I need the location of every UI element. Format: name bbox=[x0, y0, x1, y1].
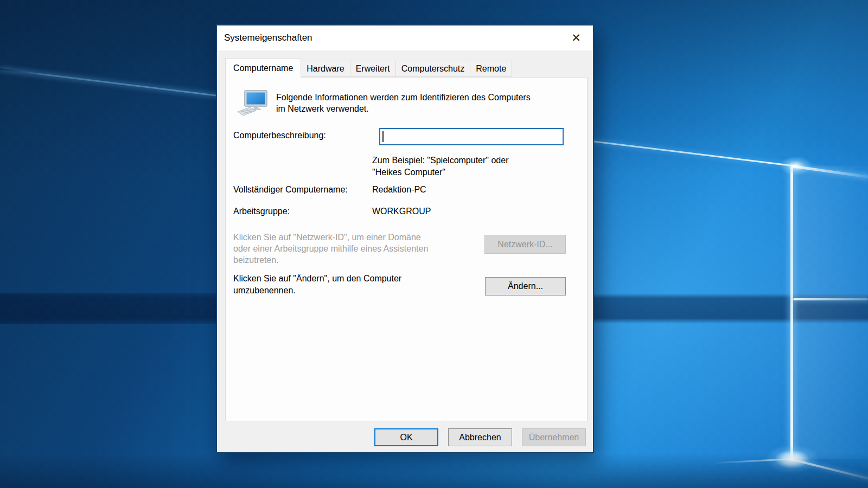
rename-description: Klicken Sie auf "Ändern", um den Compute… bbox=[233, 273, 401, 297]
change-button[interactable]: Ändern... bbox=[485, 277, 566, 296]
wallpaper-top-flare bbox=[780, 156, 812, 176]
wallpaper-floor-shade bbox=[0, 453, 868, 488]
tab-computerschutz[interactable]: Computerschutz bbox=[395, 61, 471, 77]
ok-button[interactable]: OK bbox=[374, 428, 438, 446]
cancel-button[interactable]: Abbrechen bbox=[448, 428, 512, 446]
network-id-button[interactable]: Netzwerk-ID... bbox=[484, 235, 566, 254]
apply-button[interactable]: Übernehmen bbox=[522, 428, 586, 446]
description-label: Computerbeschreibung: bbox=[233, 131, 326, 140]
wallpaper-vertical-beam bbox=[790, 164, 793, 461]
tab-computername[interactable]: Computername bbox=[225, 58, 301, 78]
tab-page-computername: Folgende Informationen werden zum Identi… bbox=[225, 77, 588, 421]
tab-erweitert[interactable]: Erweitert bbox=[350, 61, 396, 77]
workgroup-label: Arbeitsgruppe: bbox=[233, 207, 290, 216]
network-id-description: Klicken Sie auf "Netzwerk-ID", um einer … bbox=[233, 232, 428, 266]
description-hint: Zum Beispiel: "Spielcomputer" oder "Heik… bbox=[372, 155, 508, 178]
dialog-title: Systemeigenschaften bbox=[224, 33, 312, 43]
tab-hardware[interactable]: Hardware bbox=[301, 61, 350, 77]
computer-description-input[interactable] bbox=[379, 128, 564, 145]
full-computername-label: Vollständiger Computername: bbox=[233, 185, 348, 195]
system-properties-dialog: Systemeigenschaften ✕ Computername Hardw… bbox=[216, 24, 594, 453]
text-caret bbox=[382, 131, 384, 142]
workgroup-value: WORKGROUP bbox=[372, 207, 431, 216]
tab-remote[interactable]: Remote bbox=[470, 61, 512, 77]
wallpaper-horizontal-beam bbox=[793, 298, 868, 300]
dialog-titlebar[interactable]: Systemeigenschaften ✕ bbox=[217, 25, 593, 50]
full-computername-value: Redaktion-PC bbox=[372, 185, 426, 195]
computer-icon bbox=[237, 89, 269, 120]
intro-text: Folgende Informationen werden zum Identi… bbox=[276, 92, 531, 114]
close-icon: ✕ bbox=[571, 31, 581, 44]
close-button[interactable]: ✕ bbox=[565, 29, 588, 47]
tab-strip: Computername Hardware Erweitert Computer… bbox=[225, 58, 512, 78]
wallpaper-window-pane bbox=[793, 166, 868, 459]
